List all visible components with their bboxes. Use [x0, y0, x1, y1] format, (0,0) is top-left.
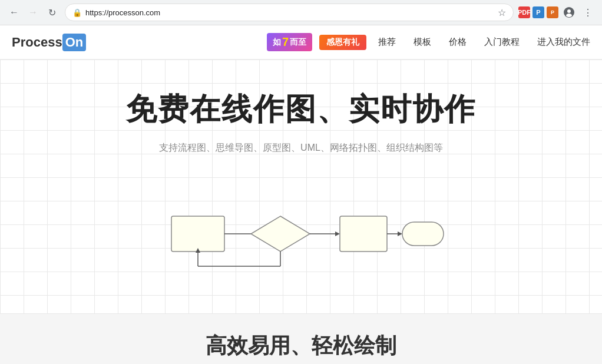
- footer-section: 高效易用、轻松绘制: [0, 313, 602, 364]
- hero-section: 免费在线作图、实时协作 支持流程图、思维导图、原型图、UML、网络拓扑图、组织结…: [0, 59, 602, 313]
- p-ext-icon[interactable]: P: [532, 6, 544, 18]
- diagram-container: [154, 184, 448, 278]
- profile-button[interactable]: [561, 4, 577, 21]
- hero-title: 免费在线作图、实时协作: [12, 89, 590, 130]
- star-icon[interactable]: ☆: [498, 7, 506, 18]
- footer-tagline: 高效易用、轻松绘制: [18, 332, 584, 360]
- promo-prefix: 如: [273, 37, 281, 48]
- promo-number: 7: [282, 35, 289, 49]
- svg-marker-8: [251, 216, 310, 252]
- svg-rect-11: [340, 216, 387, 252]
- nav-myfiles[interactable]: 进入我的文件: [537, 37, 590, 48]
- site-logo[interactable]: ProcessOn: [12, 34, 86, 51]
- back-button[interactable]: ←: [6, 4, 22, 21]
- flowchart-svg: [154, 184, 448, 278]
- browser-toolbar: ← → ↻ 🔒 https://processon.com ☆ PDF P P: [0, 0, 602, 25]
- site-nav: ProcessOn 如 7 而至 感恩有礼 推荐 模板 价格 入门教程 进入我的…: [0, 25, 602, 59]
- nav-links: 推荐 模板 价格 入门教程 进入我的文件: [378, 37, 590, 48]
- page-content: ProcessOn 如 7 而至 感恩有礼 推荐 模板 价格 入门教程 进入我的…: [0, 25, 602, 364]
- svg-point-4: [566, 14, 572, 17]
- address-bar[interactable]: 🔒 https://processon.com ☆: [65, 4, 514, 21]
- nav-template[interactable]: 模板: [414, 37, 431, 48]
- forward-button[interactable]: →: [25, 4, 41, 21]
- promo-banner[interactable]: 如 7 而至: [267, 33, 312, 51]
- browser-chrome: ← → ↻ 🔒 https://processon.com ☆ PDF P P: [0, 0, 602, 25]
- hero-subtitle: 支持流程图、思维导图、原型图、UML、网络拓扑图、组织结构图等: [12, 142, 590, 154]
- lock-icon: 🔒: [72, 8, 82, 17]
- nav-recommend[interactable]: 推荐: [378, 37, 396, 48]
- svg-rect-5: [171, 216, 224, 252]
- svg-point-3: [567, 9, 571, 13]
- menu-button[interactable]: ⋮: [580, 4, 596, 21]
- browser-actions: PDF P P ⋮: [518, 4, 596, 21]
- svg-marker-13: [398, 231, 402, 236]
- svg-marker-10: [335, 231, 340, 236]
- logo-process-text: Process: [12, 35, 62, 50]
- reload-button[interactable]: ↻: [44, 4, 60, 21]
- ext2-icon[interactable]: P: [547, 6, 558, 18]
- promo-thankful[interactable]: 感恩有礼: [319, 35, 366, 50]
- url-text: https://processon.com: [85, 8, 494, 17]
- svg-rect-14: [402, 222, 444, 246]
- pdf-ext-icon[interactable]: PDF: [518, 6, 530, 18]
- nav-price[interactable]: 价格: [449, 37, 467, 48]
- promo-suffix: 而至: [290, 37, 306, 48]
- logo-on-text: On: [62, 34, 87, 51]
- browser-nav-buttons: ← → ↻: [6, 4, 60, 21]
- svg-text:P: P: [551, 9, 554, 15]
- nav-tutorial[interactable]: 入门教程: [484, 37, 520, 48]
